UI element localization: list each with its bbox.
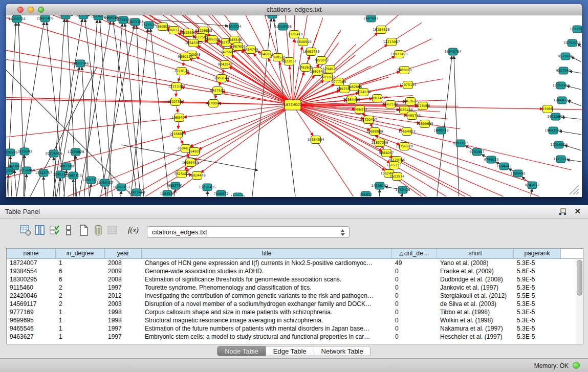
table-cell[interactable]: Stergiakouli et al. (2012) [437, 292, 514, 300]
column-header-out_de[interactable]: △out_de… [392, 249, 437, 258]
table-cell[interactable]: Changes of HCN gene expression and I(f) … [142, 259, 392, 267]
table-cell[interactable]: 0 [392, 300, 437, 308]
table-row[interactable]: 946554611997Estimation of the future num… [7, 324, 576, 333]
table-cell[interactable]: 0 [392, 324, 437, 333]
table-cell[interactable]: 9699695 [7, 316, 56, 324]
table-cell[interactable]: 6 [56, 267, 105, 275]
table-settings-icon[interactable] [19, 225, 32, 238]
table-cell[interactable]: Disruption of a novel member of a sodium… [142, 300, 392, 308]
table-cell[interactable]: 9115460 [7, 283, 56, 292]
table-cell[interactable]: 0 [392, 267, 437, 275]
table-cell[interactable]: Estimation of significance thresholds fo… [142, 275, 392, 283]
table-panel-header[interactable]: Table Panel ✕ [0, 205, 588, 218]
table-cell[interactable]: 49 [392, 259, 437, 267]
table-cell[interactable]: 1997 [105, 324, 142, 333]
table-cell[interactable]: 0 [392, 283, 437, 292]
tab-network-table[interactable]: Network Table [314, 346, 371, 356]
table-cell[interactable]: 2009 [105, 267, 142, 275]
table-row[interactable]: 969969511998Structural magnetic resonanc… [7, 316, 576, 324]
table-cell[interactable]: 5.3E-5 [514, 324, 554, 333]
delete-table-icon[interactable] [92, 225, 104, 238]
table-cell[interactable]: 9465546 [7, 324, 56, 333]
column-header-title[interactable]: title [142, 249, 392, 258]
table-selector-dropdown[interactable]: citations_edges.txt [147, 226, 350, 238]
table-cell[interactable]: 2 [56, 283, 105, 292]
column-header-year[interactable]: year [105, 249, 142, 258]
table-cell[interactable]: 0 [392, 308, 437, 316]
column-header-in_degree[interactable]: in_degree [56, 249, 105, 258]
table-cell[interactable]: 1998 [105, 316, 142, 324]
table-cell[interactable]: 5.3E-5 [514, 300, 554, 308]
table-cell[interactable]: 18300295 [7, 275, 56, 283]
function-builder-icon[interactable]: f(x) [128, 226, 139, 234]
table-cell[interactable]: 5.3E-5 [514, 308, 554, 316]
table-row[interactable]: 1456911722003Disruption of a novel membe… [7, 300, 576, 308]
table-cell[interactable]: 2003 [105, 300, 142, 308]
table-cell[interactable]: 1 [56, 308, 105, 316]
table-body[interactable]: 1872400712008Changes of HCN gene express… [7, 259, 576, 344]
window-titlebar[interactable]: citations_edges.txt [6, 4, 582, 15]
table-cell[interactable]: 19384554 [7, 267, 56, 275]
table-row[interactable]: 1872400712008Changes of HCN gene express… [7, 259, 576, 267]
table-cell[interactable]: Jankovic et al. (1997) [437, 283, 514, 292]
table-cell[interactable]: 6 [56, 275, 105, 283]
table-cell[interactable]: 1 [56, 316, 105, 324]
table-cell[interactable]: 0 [392, 275, 437, 283]
table-cell[interactable]: Yano et al. (2008) [437, 259, 514, 267]
vertical-scrollbar[interactable] [576, 259, 583, 344]
table-cell[interactable]: 9777169 [7, 308, 56, 316]
table-cell[interactable]: 2012 [105, 292, 142, 300]
table-cell[interactable]: Estimation of the future numbers of pati… [142, 324, 392, 333]
scrollbar-thumb[interactable] [577, 260, 582, 296]
table-cell[interactable]: 5.3E-5 [514, 316, 554, 324]
float-window-icon[interactable] [559, 208, 567, 215]
table-cell[interactable]: 5.3E-5 [514, 283, 554, 292]
new-table-icon[interactable] [78, 225, 90, 238]
table-cell[interactable]: 1998 [105, 308, 142, 316]
table-cell[interactable]: Embryonic stem cells: a model to study s… [142, 333, 392, 341]
column-header-name[interactable]: name [7, 249, 56, 258]
table-cell[interactable]: 22420046 [7, 292, 56, 300]
table-row[interactable]: 977716911998Corpus callosum shape and si… [7, 308, 576, 316]
table-cell[interactable]: Franke et al. (2009) [437, 267, 514, 275]
table-cell[interactable]: 0 [392, 333, 437, 341]
table-cell[interactable]: 2008 [105, 259, 142, 267]
table-cell[interactable]: Hescheler et al. (1997) [437, 333, 514, 341]
tab-node-table[interactable]: Node Table [217, 346, 266, 356]
select-rows-icon[interactable] [49, 225, 61, 238]
table-cell[interactable]: 5.5E-5 [514, 292, 554, 300]
table-cell[interactable]: 2008 [105, 275, 142, 283]
tab-edge-table[interactable]: Edge Table [266, 346, 314, 356]
table-cell[interactable]: Wolkin et al. (1998) [437, 316, 514, 324]
table-cell[interactable]: de Silva et al. (2003) [437, 300, 514, 308]
table-cell[interactable]: Genome-wide association studies in ADHD. [142, 267, 392, 275]
citation-network-graph[interactable]: 1405572420691406209331410653247152760269… [6, 15, 582, 196]
table-cell[interactable]: 1 [56, 259, 105, 267]
close-panel-icon[interactable]: ✕ [574, 207, 581, 215]
network-canvas[interactable]: 1405572420691406209331410653247152760269… [6, 15, 582, 196]
table-cell[interactable]: 18724007 [7, 259, 56, 267]
table-cell[interactable]: 5.3E-5 [514, 259, 554, 267]
table-cell[interactable]: 2 [56, 300, 105, 308]
table-cell[interactable]: Structural magnetic resonance image aver… [142, 316, 392, 324]
table-cell[interactable]: 0 [392, 292, 437, 300]
table-row[interactable]: 2242004622012Investigating the contribut… [7, 292, 576, 300]
table-cell[interactable]: Nakamura et al. (1997) [437, 324, 514, 333]
table-cell[interactable]: Dudbridge et al. (2008) [437, 275, 514, 283]
table-cell[interactable]: 1 [56, 333, 105, 341]
table-cell[interactable]: 5.9E-5 [514, 275, 554, 283]
table-row[interactable]: 1830029562008Estimation of significance … [7, 275, 576, 283]
table-cell[interactable]: 1997 [105, 283, 142, 292]
table-cell[interactable]: 5.3E-5 [514, 333, 554, 341]
table-cell[interactable]: 2 [56, 292, 105, 300]
column-header-short[interactable]: short [437, 249, 514, 258]
table-cell[interactable]: Investigating the contribution of common… [142, 292, 392, 300]
table-cell[interactable]: Tourette syndrome. Phenomenology and cla… [142, 283, 392, 292]
table-cell[interactable]: 14569117 [7, 300, 56, 308]
table-cell[interactable]: 1 [56, 324, 105, 333]
table-cell[interactable]: Corpus callosum shape and size in male p… [142, 308, 392, 316]
import-table-icon[interactable] [106, 225, 119, 238]
table-row[interactable]: 911546021997Tourette syndrome. Phenomeno… [7, 283, 576, 292]
row-height-icon[interactable] [62, 225, 75, 238]
table-row[interactable]: 946362711997Embryonic stem cells: a mode… [7, 333, 576, 341]
